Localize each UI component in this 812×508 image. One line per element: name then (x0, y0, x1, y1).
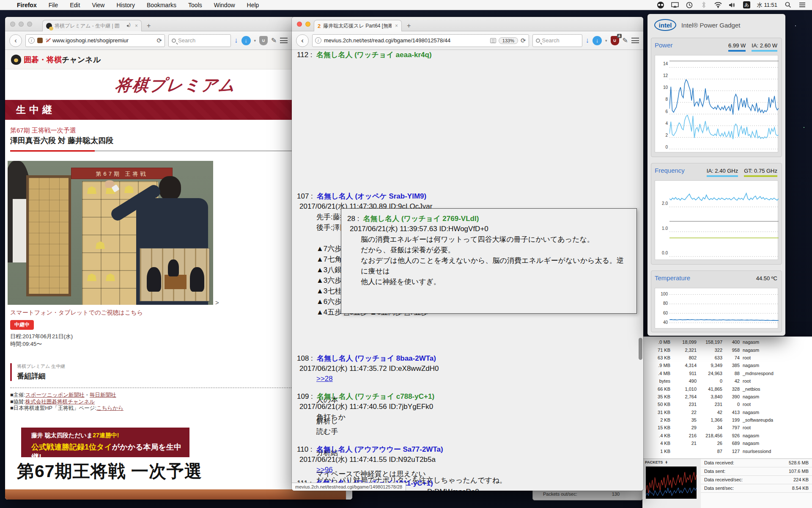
volume-icon[interactable] (729, 2, 736, 8)
new-tab-button[interactable]: + (407, 22, 411, 30)
table-row[interactable]: 31 KB 22 42 413 nagasm (642, 409, 812, 416)
packets-selector[interactable]: PACKETS ▲▼ (645, 460, 668, 464)
gadget-header[interactable]: intel Intel® Power Gadget (647, 14, 785, 33)
post-anchor-link[interactable]: >>28 (297, 374, 635, 384)
close-window-button[interactable] (297, 22, 302, 27)
download-arrow-icon[interactable]: ↓ (586, 36, 590, 45)
video-download-helper-icon[interactable]: ↓ (593, 36, 602, 45)
menu-item[interactable]: Firefox (17, 2, 43, 8)
thread-scrollbar-thumb[interactable] (639, 338, 642, 360)
camera-app-icon[interactable] (657, 2, 664, 8)
extension-page-icon[interactable] (37, 38, 43, 43)
stepper-icon[interactable]: ▲▼ (665, 461, 668, 464)
input-method-icon[interactable]: あ (743, 1, 750, 8)
reload-icon[interactable]: ⟳ (156, 37, 162, 44)
airplay-icon[interactable] (671, 2, 679, 8)
zoom-window-button[interactable] (27, 22, 32, 27)
page-zoom-indicator[interactable]: 133% (499, 37, 518, 44)
menu-item[interactable]: Edit (64, 2, 86, 8)
tab-shogi-premium[interactable]: 将棋プレミアム - 生中継 | 囲 × (42, 20, 142, 31)
reload-icon[interactable]: ⟳ (521, 37, 526, 44)
table-row[interactable]: 35 KB 2,764 3,840 390 nagasm (642, 393, 812, 400)
download-arrow-icon[interactable]: ↓ (234, 36, 238, 45)
bluetooth-icon[interactable] (700, 2, 708, 8)
reader-mode-icon[interactable] (490, 38, 496, 43)
tab-audio-icon[interactable] (126, 24, 132, 28)
video-download-helper-icon[interactable]: ↓ (241, 36, 251, 45)
table-row[interactable]: .4 MB 911 24,963 88 _mdnsrespond (642, 370, 812, 377)
post-author[interactable]: 名無し名人 (316, 51, 352, 59)
new-tab-button[interactable]: + (147, 22, 151, 30)
post-author-id: (ワッチョイ aeaa-kr4q) (354, 51, 431, 59)
disabled-edit-icon[interactable]: ✎ (45, 37, 50, 44)
close-window-button[interactable] (10, 22, 15, 27)
table-row[interactable]: 15 KB 29 34 797 root (642, 424, 812, 431)
middle-window-titlebar[interactable]: 2 藤井聡太応援スレ Part64 [無断 × + (292, 17, 643, 31)
url-bar[interactable]: i mevius.2ch.net/test/read.cgi/bgame/149… (312, 34, 529, 47)
mobile-viewing-link[interactable]: スマートフォン・タブレットでのご視聴はこちら (10, 309, 143, 317)
hamburger-menu-icon[interactable] (631, 38, 639, 43)
notification-center-icon[interactable] (798, 2, 806, 8)
table-row[interactable]: bytes 490 0 42 root (642, 377, 812, 385)
compose-icon[interactable]: ✎ (271, 36, 277, 44)
menu-item[interactable]: Bookmarks (141, 2, 182, 8)
menu-item[interactable]: History (110, 2, 141, 8)
back-button[interactable]: ‹ (9, 34, 22, 47)
menu-item[interactable]: Tools (182, 2, 208, 8)
ublock-disabled-icon[interactable]: U (259, 36, 268, 45)
tab-close-icon[interactable]: × (395, 23, 398, 29)
wifi-icon[interactable] (714, 2, 722, 8)
site-info-icon[interactable]: i (28, 37, 35, 44)
minimize-window-button[interactable] (19, 22, 24, 27)
url-text[interactable]: www.igoshogi.net/shogipremiur (52, 37, 154, 44)
table-row[interactable]: .0 MB 18,099 158,197 400 nagasm (642, 338, 812, 346)
download-caret-icon[interactable]: ▾ (605, 39, 607, 43)
menu-item[interactable]: Window (208, 2, 241, 8)
post-anchor-link[interactable]: >>96 (297, 465, 635, 475)
popup-post-author[interactable]: 名無し名人 (363, 215, 399, 223)
back-button[interactable]: ‹ (296, 34, 309, 47)
spotlight-icon[interactable] (784, 2, 792, 8)
site-logo-text-red[interactable]: 囲碁・将棋 (24, 55, 62, 65)
table-row[interactable]: 4 KB 21 26 689 nagasm (642, 439, 812, 447)
hamburger-menu-icon[interactable] (280, 38, 288, 43)
table-row[interactable]: 1 KB 87 127 nsurlsessiond (642, 447, 812, 455)
tab-close-icon[interactable]: × (135, 23, 138, 29)
sponsor-link[interactable]: 毎日新聞社 (90, 392, 116, 398)
post-author[interactable]: 名無し名人 (317, 354, 353, 362)
post-author[interactable]: 名無し名人 (316, 445, 352, 453)
table-row[interactable]: 66 KB 1,010 41,865 328 _netbios (642, 385, 812, 392)
sponsor-link[interactable]: スポーツニッポン新聞社 (25, 392, 85, 398)
site-logo-text-black[interactable]: チャンネル (62, 55, 101, 65)
live-video-player[interactable]: 第67期 王将戦 (8, 161, 213, 305)
time-machine-icon[interactable] (686, 2, 693, 8)
cell-packets-in: 1,010 (670, 387, 697, 392)
site-info-icon[interactable]: i (315, 37, 321, 44)
ublock-icon[interactable]: U4 (611, 36, 619, 45)
table-row[interactable]: 63 KB 802 633 74 root (642, 354, 812, 362)
table-row[interactable]: .4 KB 216 218,456 926 nagasm (642, 432, 812, 439)
sponsor-link[interactable]: 株式会社囲碁将棋チャンネル (25, 399, 95, 405)
minimize-window-button[interactable] (305, 22, 310, 27)
post-author[interactable]: 名無し名人 (317, 192, 353, 200)
tab-2ch-thread[interactable]: 2 藤井聡太応援スレ Part64 [無断 × (314, 20, 402, 31)
table-row[interactable]: 50 KB 231 231 0 root (642, 400, 812, 408)
table-row[interactable]: .9 MB 4,314 9,349 385 nagasm (642, 362, 812, 369)
sponsor-link[interactable]: こちらから (96, 405, 123, 411)
url-bar[interactable]: i ✎ www.igoshogi.net/shogipremiur ⟳ (25, 34, 165, 47)
download-caret-icon[interactable]: ▾ (254, 39, 256, 43)
video-next-arrow[interactable]: > (215, 299, 219, 306)
table-row[interactable]: 2 KB 35 1,366 199 _softwareupda (642, 416, 812, 424)
menu-item[interactable]: View (86, 2, 110, 8)
search-field[interactable]: Search (532, 34, 582, 47)
menu-item[interactable]: Help (241, 2, 265, 8)
menu-bar-clock[interactable]: 水 11:51 (757, 1, 777, 9)
streak-ad-banner[interactable]: 藤井 聡太四段ただいま27連勝中! 公式戦連勝記録1位タイがかかる本局を生中継! (21, 428, 189, 457)
cell-count: 42 (722, 378, 740, 384)
menu-item[interactable]: File (43, 2, 64, 8)
post-author[interactable]: 名無し名人 (317, 392, 353, 400)
search-field[interactable]: Search (168, 34, 231, 47)
table-row[interactable]: 71 KB 2,321 322 958 nagasm (642, 346, 812, 353)
url-text[interactable]: mevius.2ch.net/test/read.cgi/bgame/14980… (324, 37, 488, 44)
compose-icon[interactable]: ✎ (623, 36, 628, 44)
